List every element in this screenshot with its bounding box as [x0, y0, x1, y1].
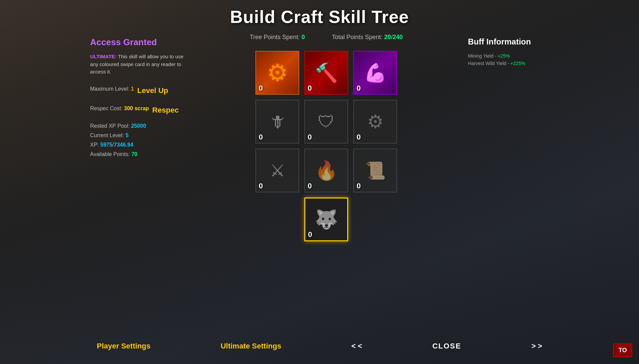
nav-next-button[interactable]: > >	[531, 342, 542, 351]
respec-button[interactable]: Respec	[152, 106, 178, 115]
corner-badge: TO	[613, 343, 632, 357]
arm-purple-icon	[360, 58, 390, 88]
center-panel: Tree Points Spent: 0 Total Points Spent:…	[198, 34, 454, 332]
max-level-stat: Maximum Level: 1	[90, 86, 134, 92]
book-icon	[360, 155, 390, 186]
ultimate-settings-button[interactable]: Ultimate Settings	[221, 342, 281, 351]
tree-points-value: 0	[302, 34, 305, 40]
level-up-button[interactable]: Level Up	[137, 86, 168, 95]
skill-slot-3-1[interactable]: 0	[304, 198, 348, 241]
skill-count-0-2: 0	[357, 84, 361, 93]
skill-count-0-1: 0	[308, 84, 312, 93]
skill-slot-0-1[interactable]: 0	[304, 51, 348, 95]
skill-count-2-1: 0	[308, 182, 312, 190]
player-settings-button[interactable]: Player Settings	[97, 342, 150, 351]
total-points: Total Points Spent: 20/240	[332, 34, 403, 41]
total-points-max: 240	[393, 34, 403, 40]
skill-count-1-2: 0	[357, 133, 361, 142]
available-points-value: 70	[131, 151, 137, 157]
shield-icon	[311, 107, 341, 137]
buff-list: Mining Yield - +25% Harvest Wild Yield -…	[468, 53, 549, 66]
available-points-stat: Available Points: 70	[90, 151, 185, 157]
skill-slot-0-0[interactable]: 0	[255, 51, 299, 95]
rested-xp-stat: Rested XP Pool: 25000	[90, 123, 185, 129]
flame-icon	[311, 155, 341, 186]
nav-prev-button[interactable]: < <	[352, 342, 362, 351]
xp-max: 7346.94	[114, 142, 133, 148]
skill-count-2-2: 0	[357, 182, 361, 190]
points-row: Tree Points Spent: 0 Total Points Spent:…	[250, 34, 403, 41]
knife-icon	[262, 107, 293, 137]
skill-count-1-1: 0	[308, 133, 312, 142]
hammer-red-icon	[311, 58, 341, 88]
skill-count-0-0: 0	[259, 84, 263, 93]
skill-slot-2-0[interactable]: 0	[255, 149, 299, 192]
xp-stat: XP: 5975/7346.94	[90, 142, 185, 148]
wolf-icon	[311, 204, 341, 235]
skill-count-3-1: 0	[308, 230, 312, 239]
ultimate-description: ULTIMATE: This skill will allow you to u…	[90, 53, 185, 76]
total-points-current: 20	[384, 34, 391, 40]
skill-grid-wrapper: 0 0 0 0	[255, 51, 397, 241]
page-title: Build Craft Skill Tree	[230, 7, 409, 27]
max-level-value: 1	[131, 86, 134, 92]
rested-xp-value: 25000	[131, 123, 146, 129]
gear-small-icon	[360, 107, 390, 137]
current-level-value: 5	[126, 132, 129, 138]
skill-slot-1-1[interactable]: 0	[304, 100, 348, 144]
skill-slot-2-1[interactable]: 0	[304, 149, 348, 192]
right-panel: Buff Information Mining Yield - +25% Har…	[461, 34, 556, 332]
buff-item-1: Harvest Wild Yield - +225%	[468, 61, 549, 66]
current-level-stat: Current Level: 5	[90, 132, 185, 139]
ultimate-label: ULTIMATE:	[90, 54, 117, 59]
access-granted-label: Access Granted	[90, 37, 185, 48]
close-button[interactable]: CLOSE	[432, 342, 461, 351]
skill-count-2-0: 0	[259, 182, 263, 190]
sword-icon	[262, 155, 293, 186]
buff-value-0: +25%	[498, 53, 510, 59]
buff-information-title: Buff Information	[468, 37, 549, 47]
gear-orange-icon	[262, 58, 293, 88]
skill-slot-0-2[interactable]: 0	[353, 51, 397, 95]
respec-cost-value: 300 scrap	[124, 105, 149, 111]
left-panel: Access Granted ULTIMATE: This skill will…	[83, 34, 191, 332]
skill-grid: 0 0 0 0	[255, 51, 397, 241]
skill-slot-1-0[interactable]: 0	[255, 100, 299, 144]
buff-item-0: Mining Yield - +25%	[468, 53, 549, 59]
bottom-bar: Player Settings Ultimate Settings < < CL…	[83, 335, 556, 357]
tree-points: Tree Points Spent: 0	[250, 34, 305, 41]
respec-cost-stat: Respec Cost: 300 scrap	[90, 105, 149, 112]
skill-slot-1-2[interactable]: 0	[353, 100, 397, 144]
buff-value-1: +225%	[510, 61, 525, 66]
skill-slot-2-2[interactable]: 0	[353, 149, 397, 192]
xp-current: 5975	[100, 142, 112, 148]
skill-count-1-0: 0	[259, 133, 263, 142]
